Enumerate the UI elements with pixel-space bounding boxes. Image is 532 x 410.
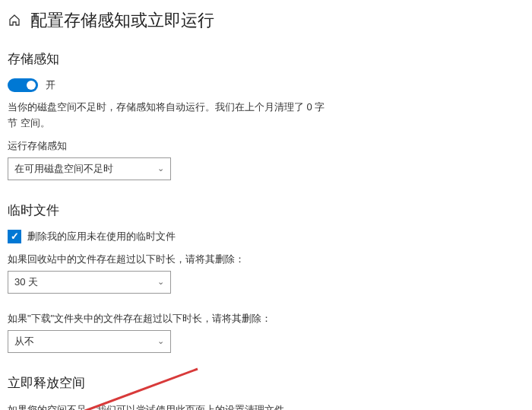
- run-storage-sense-select[interactable]: 在可用磁盘空间不足时 ⌄: [8, 157, 171, 180]
- storage-sense-desc: 当你的磁盘空间不足时，存储感知将自动运行。我们在上个月清理了 0 字节 空间。: [8, 100, 327, 132]
- section-title-storage-sense: 存储感知: [8, 50, 524, 68]
- delete-temp-label: 删除我的应用未在使用的临时文件: [27, 230, 176, 243]
- section-title-free-space: 立即释放空间: [8, 374, 524, 392]
- toggle-label: 开: [46, 78, 55, 92]
- select-value: 在可用磁盘空间不足时: [14, 162, 113, 176]
- storage-sense-toggle[interactable]: [8, 78, 38, 92]
- select-value: 30 天: [14, 275, 38, 289]
- page-title: 配置存储感知或立即运行: [30, 9, 214, 32]
- select-value: 从不: [14, 335, 34, 348]
- downloads-desc: 如果"下载"文件夹中的文件存在超过以下时长，请将其删除：: [8, 312, 524, 326]
- delete-temp-checkbox[interactable]: ✓: [8, 230, 21, 243]
- chevron-down-icon: ⌄: [157, 336, 164, 346]
- chevron-down-icon: ⌄: [157, 164, 164, 173]
- recycle-bin-select[interactable]: 30 天 ⌄: [8, 271, 171, 294]
- downloads-select[interactable]: 从不 ⌄: [8, 330, 171, 353]
- home-icon[interactable]: [8, 14, 21, 27]
- checkmark-icon: ✓: [11, 230, 19, 242]
- recycle-bin-desc: 如果回收站中的文件存在超过以下时长，请将其删除：: [8, 253, 524, 266]
- section-title-temp-files: 临时文件: [8, 202, 524, 219]
- free-space-desc: 如果您的空间不足，我们可以尝试使用此页面上的设置清理文件。: [8, 402, 327, 410]
- run-storage-sense-label: 运行存储感知: [8, 139, 524, 153]
- chevron-down-icon: ⌄: [157, 277, 164, 287]
